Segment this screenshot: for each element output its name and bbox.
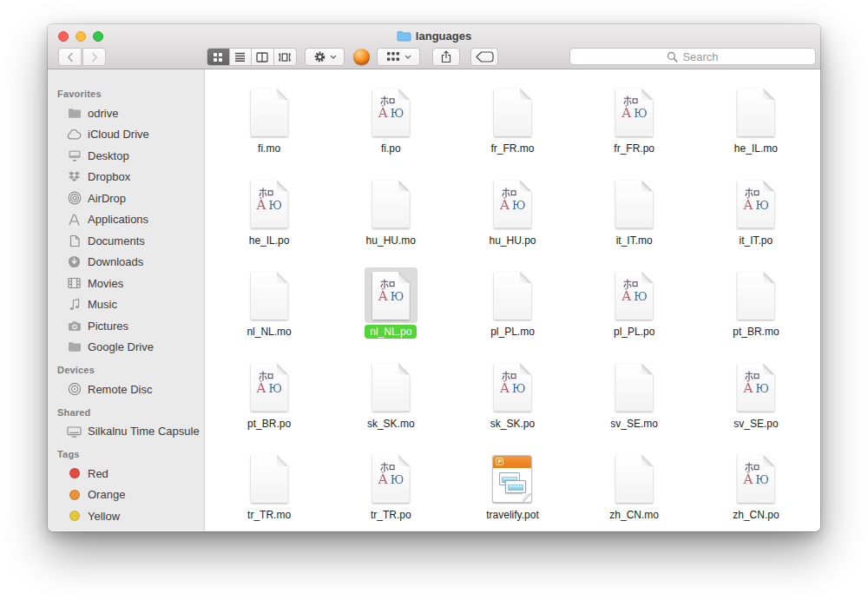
sidebar-item-red[interactable]: Red [48, 463, 204, 485]
file-item-it_IT.po[interactable]: ÀЮit_IT.po [695, 171, 817, 263]
latin-glyph: À [257, 199, 266, 212]
file-name-label: it_IT.mo [611, 234, 658, 247]
sidebar-item-remote-disc[interactable]: Remote Disc [48, 379, 204, 400]
sidebar-item-yellow[interactable]: Yellow [48, 505, 204, 527]
icon-backdrop [729, 267, 782, 323]
file-name-label: it_IT.po [734, 234, 779, 247]
odrive-icon [353, 49, 370, 65]
sidebar-item-desktop[interactable]: Desktop [48, 145, 204, 167]
file-item-it_IT.mo[interactable]: it_IT.mo [574, 171, 695, 263]
search-input[interactable]: Search [569, 48, 816, 65]
view-mode-column-view[interactable] [252, 49, 274, 65]
chevron-right-icon [90, 52, 99, 63]
file-name-label: travelify.pot [481, 508, 543, 522]
file-item-tr_TR.po[interactable]: ÀЮtr_TR.po [330, 445, 451, 531]
blank-document-icon [494, 272, 531, 320]
file-item-zh_CN.po[interactable]: ÀЮzh_CN.po [695, 445, 817, 531]
window-body: FavoritesodriveiCloud DriveDesktopDropbo… [48, 69, 820, 531]
latin-glyph: À [743, 199, 753, 212]
title-bar[interactable]: languages [48, 24, 820, 47]
view-mode-list-view[interactable] [230, 49, 253, 65]
view-mode-coverflow-view[interactable] [274, 49, 296, 65]
sidebar-item-dropbox[interactable]: Dropbox [48, 167, 204, 188]
file-item-fi.mo[interactable]: fi.mo [208, 79, 330, 171]
cyrillic-glyph: Ю [755, 200, 769, 211]
file-item-sv_SE.mo[interactable]: sv_SE.mo [574, 354, 695, 446]
file-item-travelify.pot[interactable]: Ptravelify.pot [451, 445, 573, 531]
po-document-icon: ÀЮ [494, 181, 531, 228]
file-name-label: fi.mo [253, 142, 286, 155]
po-document-icon: ÀЮ [737, 364, 774, 412]
po-document-icon: ÀЮ [737, 455, 774, 503]
sidebar-item-label: Pictures [88, 320, 128, 333]
file-item-sk_SK.mo[interactable]: sk_SK.mo [330, 354, 451, 446]
file-item-he_IL.po[interactable]: ÀЮhe_IL.po [208, 171, 330, 263]
view-mode-icon-view[interactable] [207, 49, 230, 65]
file-item-sv_SE.po[interactable]: ÀЮsv_SE.po [695, 354, 817, 446]
file-item-hu_HU.po[interactable]: ÀЮhu_HU.po [451, 171, 573, 263]
file-name-label: nl_NL.mo [241, 325, 296, 339]
sidebar-item-music[interactable]: Music [48, 294, 204, 316]
latin-glyph: À [743, 473, 753, 486]
tag-dot [67, 530, 82, 531]
file-item-fr_FR.mo[interactable]: fr_FR.mo [451, 79, 573, 171]
blank-document-icon [737, 272, 774, 320]
icon-backdrop: ÀЮ [243, 176, 296, 232]
file-item-he_IL.mo[interactable]: he_IL.mo [695, 79, 817, 171]
icon-backdrop [243, 84, 296, 140]
sidebar-item-downloads[interactable]: Downloads [48, 252, 204, 274]
sidebar-item-icloud-drive[interactable]: iCloud Drive [48, 124, 204, 146]
sidebar-item-documents[interactable]: Documents [48, 230, 204, 252]
file-item-fi.po[interactable]: ÀЮfi.po [330, 79, 451, 171]
cyrillic-glyph: Ю [512, 200, 526, 211]
list-icon [234, 52, 246, 63]
sidebar-item-google-drive[interactable]: Google Drive [48, 337, 204, 359]
blank-document-icon [615, 364, 653, 412]
sidebar-item-label: AirDrop [88, 192, 126, 205]
sidebar-item-movies[interactable]: Movies [48, 273, 204, 294]
sidebar-item-orange[interactable]: Orange [48, 485, 204, 506]
file-item-tr_TR.mo[interactable]: tr_TR.mo [208, 445, 330, 531]
file-name-label: pl_PL.mo [485, 325, 540, 339]
odrive-toolbar-button[interactable] [351, 48, 372, 66]
po-document-icon: ÀЮ [615, 89, 653, 136]
icon-backdrop [608, 176, 661, 232]
sidebar-item-odrive[interactable]: odrive [48, 102, 204, 124]
share-button[interactable] [432, 48, 460, 66]
sidebar-item-applications[interactable]: Applications [48, 209, 204, 231]
cyrillic-glyph: Ю [755, 383, 769, 394]
sidebar-item-green[interactable]: Green [48, 527, 204, 531]
file-name-label: pt_BR.po [242, 417, 296, 431]
cyrillic-glyph: Ю [512, 383, 526, 394]
file-item-sk_SK.po[interactable]: ÀЮsk_SK.po [451, 354, 573, 446]
sidebar-item-silkalnu-time-capsule[interactable]: Silkalnu Time Capsule [48, 421, 204, 443]
file-item-pl_PL.po[interactable]: ÀЮpl_PL.po [574, 262, 695, 354]
file-item-nl_NL.po[interactable]: ÀЮnl_NL.po [330, 262, 451, 354]
sidebar-item-pictures[interactable]: Pictures [48, 315, 204, 337]
back-button[interactable] [58, 48, 82, 66]
latin-glyph: À [378, 473, 388, 486]
action-menu-button[interactable] [305, 48, 345, 66]
file-item-pl_PL.mo[interactable]: pl_PL.mo [451, 262, 573, 354]
file-item-zh_CN.mo[interactable]: zh_CN.mo [574, 445, 695, 531]
tag-button[interactable] [470, 48, 498, 66]
arrange-menu-button[interactable] [377, 48, 420, 66]
latin-glyph: À [500, 199, 510, 212]
view-mode-switcher [207, 48, 297, 66]
sidebar-item-airdrop[interactable]: AirDrop [48, 188, 204, 209]
selected-icon-backdrop: ÀЮ [365, 267, 418, 323]
sidebar-item-label: Orange [88, 488, 125, 501]
file-item-hu_HU.mo[interactable]: hu_HU.mo [330, 171, 451, 263]
forward-button[interactable] [82, 48, 106, 66]
latin-glyph: À [257, 382, 266, 395]
file-item-nl_NL.mo[interactable]: nl_NL.mo [208, 262, 330, 354]
file-name-label: pt_BR.mo [727, 325, 784, 339]
chevron-down-icon [404, 55, 411, 59]
sidebar-item-label: Documents [88, 234, 145, 247]
desktop-icon [67, 148, 82, 163]
page-title: languages [416, 30, 471, 43]
file-item-pt_BR.po[interactable]: ÀЮpt_BR.po [208, 354, 330, 446]
file-item-fr_FR.po[interactable]: ÀЮfr_FR.po [574, 79, 695, 171]
icon-backdrop [243, 267, 296, 323]
file-item-pt_BR.mo[interactable]: pt_BR.mo [695, 262, 817, 354]
